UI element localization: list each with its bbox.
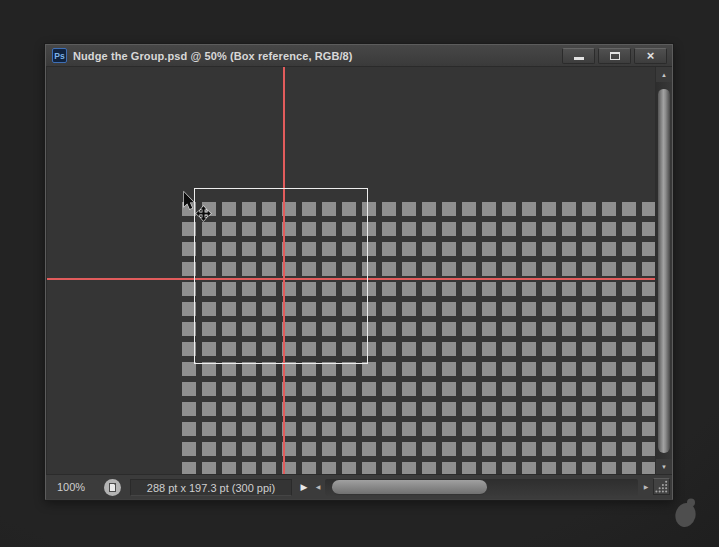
document-info-text: 288 pt x 197.3 pt (300 ppi) [147,482,275,494]
vertical-scroll-thumb[interactable] [658,88,670,453]
page-icon [109,483,116,492]
close-button[interactable]: × [634,48,667,64]
status-flyout-button[interactable]: ▶ [296,481,312,494]
window-resize-grip[interactable] [653,478,670,495]
mouse-watermark [672,495,702,533]
window-titlebar[interactable]: Ps Nudge the Group.psd @ 50% (Box refere… [46,45,672,67]
maximize-icon [610,52,620,60]
document-info-field: 288 pt x 197.3 pt (300 ppi) [130,479,292,496]
horizontal-scroll-track[interactable] [325,479,638,496]
horizontal-scroll-thumb[interactable] [332,480,487,495]
zoom-level-field[interactable]: 100% [57,481,85,493]
document-canvas[interactable] [46,67,655,474]
resize-grip-dots [655,479,668,493]
window-controls: × [562,48,667,64]
minimize-icon [574,57,584,60]
photoshop-app-icon: Ps [52,48,67,63]
vertical-scroll-track[interactable] [656,82,672,459]
window-title: Nudge the Group.psd @ 50% (Box reference… [73,50,353,62]
maximize-button[interactable] [598,48,631,64]
scroll-right-button[interactable]: ▶ [640,483,652,492]
close-icon: × [647,49,655,63]
scroll-down-icon: ▼ [661,464,667,470]
scroll-down-button[interactable]: ▼ [656,459,672,474]
move-cursor-icon [179,187,223,231]
minimize-button[interactable] [562,48,595,64]
screenshot-root: { "window": { "app_badge": "Ps", "title"… [0,0,719,547]
scroll-up-button[interactable]: ▲ [656,67,672,82]
status-bar: 100% 288 pt x 197.3 pt (300 ppi) ▶ ◀ ▶ [46,474,672,499]
document-status-icon [104,479,121,496]
document-window: Ps Nudge the Group.psd @ 50% (Box refere… [45,44,673,500]
scroll-up-icon: ▲ [661,72,667,78]
scroll-left-button[interactable]: ◀ [312,483,324,492]
vertical-scrollbar[interactable]: ▲ ▼ [655,67,672,474]
window-body: ▲ ▼ [46,67,672,474]
